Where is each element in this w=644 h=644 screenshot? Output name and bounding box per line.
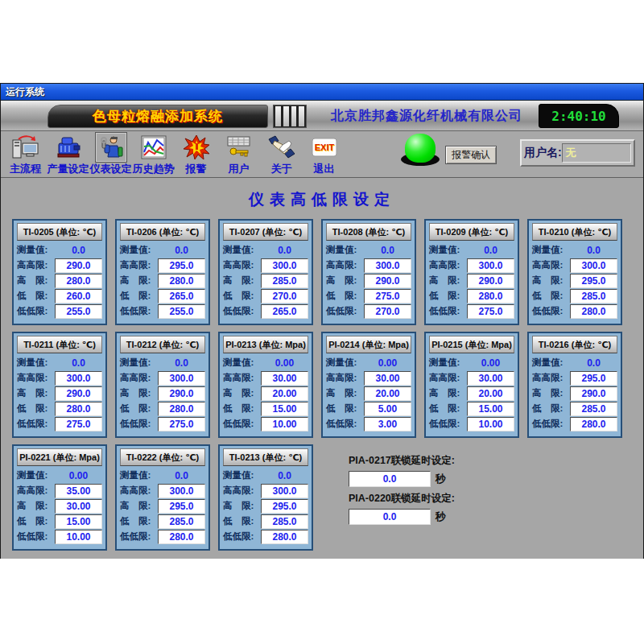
toolbar-button-instrument-setting[interactable]: 仪表设定: [89, 132, 132, 175]
high-high-limit-input[interactable]: 300.0: [55, 371, 102, 386]
high-high-limit-input[interactable]: 300.0: [261, 258, 308, 273]
low-limit-input[interactable]: 260.0: [55, 289, 102, 303]
low-low-limit-input[interactable]: 265.0: [261, 304, 308, 319]
low-low-limit-input[interactable]: 255.0: [55, 304, 102, 319]
low-low-limit-input[interactable]: 3.00: [364, 417, 411, 431]
toolbar-button-history-trend[interactable]: 历史趋势: [132, 132, 175, 175]
high-high-limit-input[interactable]: 35.00: [55, 484, 102, 498]
low-low-limit-input[interactable]: 280.0: [570, 304, 617, 319]
measured-value: 0.0: [55, 357, 102, 369]
high-limit-input[interactable]: 290.0: [467, 274, 514, 288]
low-low-row: 低低限: 10.00: [17, 530, 102, 543]
high-high-limit-input[interactable]: 295.0: [158, 258, 205, 273]
low-limit-input[interactable]: 280.0: [55, 402, 102, 416]
high-limit-input[interactable]: 20.00: [467, 386, 514, 401]
high-high-limit-input[interactable]: 30.00: [467, 371, 514, 386]
low-low-limit-input[interactable]: 275.0: [467, 304, 514, 319]
high-row: 高 限: 20.00: [326, 386, 411, 400]
high-limit-input[interactable]: 20.00: [364, 386, 411, 401]
low-limit-input[interactable]: 265.0: [158, 289, 205, 303]
low-limit-input[interactable]: 285.0: [158, 514, 205, 529]
high-high-limit-input[interactable]: 30.00: [261, 371, 308, 386]
toolbar-button-exit[interactable]: EXIT EXIT 退出: [303, 132, 345, 175]
high-high-limit-input[interactable]: 30.00: [364, 371, 411, 386]
panel-title: TI-0209 (单位: ℃): [429, 223, 514, 241]
toolbar-button-output-setting[interactable]: 产量设定: [47, 132, 89, 175]
toolbar-label: 仪表设定: [90, 163, 132, 175]
high-high-row: 高高限: 290.0: [17, 258, 102, 272]
measured-row: 测量值: 0.0: [223, 243, 308, 257]
high-limit-input[interactable]: 290.0: [364, 274, 411, 288]
high-limit-input[interactable]: 295.0: [261, 499, 308, 514]
low-limit-input[interactable]: 270.0: [261, 289, 308, 303]
high-label: 高 限:: [223, 500, 261, 512]
low-row: 低 限: 265.0: [120, 289, 205, 303]
high-high-limit-input[interactable]: 295.0: [570, 371, 617, 386]
low-limit-input[interactable]: 5.00: [364, 402, 411, 416]
high-high-limit-input[interactable]: 290.0: [55, 258, 102, 273]
interlock-delay-setting: PIA-0220联锁延时设定: 0.0 秒: [349, 490, 455, 528]
low-low-limit-input[interactable]: 275.0: [55, 417, 102, 431]
low-low-limit-input[interactable]: 280.0: [158, 530, 205, 544]
high-high-limit-input[interactable]: 300.0: [364, 258, 411, 273]
high-limit-input[interactable]: 295.0: [158, 499, 205, 514]
toolbar-button-user[interactable]: 用户: [217, 132, 260, 175]
low-limit-input[interactable]: 15.00: [467, 402, 514, 416]
high-high-limit-input[interactable]: 300.0: [261, 484, 308, 498]
low-limit-input[interactable]: 285.0: [570, 402, 617, 416]
banner-stripes-decoration: [273, 105, 307, 128]
interlock-delay-input[interactable]: 0.0: [349, 471, 431, 487]
low-limit-input[interactable]: 280.0: [467, 289, 514, 303]
low-row: 低 限: 15.00: [17, 514, 102, 528]
toolbar-label: 产量设定: [47, 163, 89, 175]
interlock-delay-input[interactable]: 0.0: [349, 509, 431, 525]
low-low-limit-input[interactable]: 10.00: [467, 417, 514, 431]
high-limit-input[interactable]: 290.0: [570, 386, 617, 401]
high-limit-input[interactable]: 290.0: [158, 386, 205, 401]
measured-label: 测量值:: [120, 357, 158, 369]
high-high-limit-input[interactable]: 300.0: [158, 484, 205, 498]
high-label: 高 限:: [223, 387, 261, 399]
low-low-limit-input[interactable]: 280.0: [570, 417, 617, 431]
low-limit-input[interactable]: 280.0: [158, 402, 205, 416]
high-high-limit-input[interactable]: 300.0: [158, 371, 205, 386]
high-label: 高 限:: [120, 387, 158, 399]
output-setting-icon: [52, 132, 85, 163]
toolbar-button-main-process[interactable]: 主流程: [4, 132, 47, 175]
instrument-panel-TI-0208: TI-0208 (单位: ℃) 测量值: 0.0 高高限: 300.0 高 限:…: [321, 219, 416, 325]
username-field[interactable]: 无: [562, 143, 631, 163]
high-high-limit-input[interactable]: 300.0: [467, 258, 514, 273]
high-limit-input[interactable]: 280.0: [158, 274, 205, 288]
low-low-row: 低低限: 280.0: [120, 530, 205, 543]
high-label: 高 限:: [532, 275, 570, 287]
low-low-limit-input[interactable]: 10.00: [55, 530, 102, 544]
low-limit-input[interactable]: 15.00: [55, 514, 102, 529]
high-high-row: 高高限: 300.0: [223, 484, 308, 497]
toolbar-button-about[interactable]: 关于: [260, 132, 303, 175]
high-limit-input[interactable]: 290.0: [55, 386, 102, 401]
low-low-limit-input[interactable]: 255.0: [158, 304, 205, 319]
high-limit-input[interactable]: 30.00: [55, 499, 102, 514]
high-limit-input[interactable]: 295.0: [570, 274, 617, 288]
low-limit-input[interactable]: 285.0: [261, 514, 308, 529]
low-low-limit-input[interactable]: 275.0: [158, 417, 205, 431]
low-low-row: 低低限: 265.0: [223, 304, 308, 318]
measured-label: 测量值:: [223, 469, 261, 481]
high-limit-input[interactable]: 20.00: [261, 386, 308, 401]
low-label: 低 限:: [429, 402, 467, 415]
low-low-limit-input[interactable]: 270.0: [364, 304, 411, 319]
high-limit-input[interactable]: 285.0: [261, 274, 308, 288]
low-low-limit-input[interactable]: 10.00: [261, 417, 308, 431]
panel-title: PI-0214 (单位: Mpa): [326, 336, 411, 353]
low-limit-input[interactable]: 15.00: [261, 402, 308, 416]
high-limit-input[interactable]: 280.0: [55, 274, 102, 288]
low-limit-input[interactable]: 275.0: [364, 289, 411, 303]
window-titlebar[interactable]: 运行系统: [1, 84, 643, 101]
low-row: 低 限: 285.0: [223, 514, 308, 528]
alarm-confirm-button[interactable]: 报警确认: [445, 146, 497, 164]
low-low-limit-input[interactable]: 280.0: [261, 530, 308, 544]
high-high-row: 高高限: 295.0: [532, 371, 617, 385]
toolbar-button-alarm[interactable]: 报警: [175, 132, 217, 175]
high-high-limit-input[interactable]: 300.0: [570, 258, 617, 273]
low-limit-input[interactable]: 285.0: [570, 289, 617, 303]
